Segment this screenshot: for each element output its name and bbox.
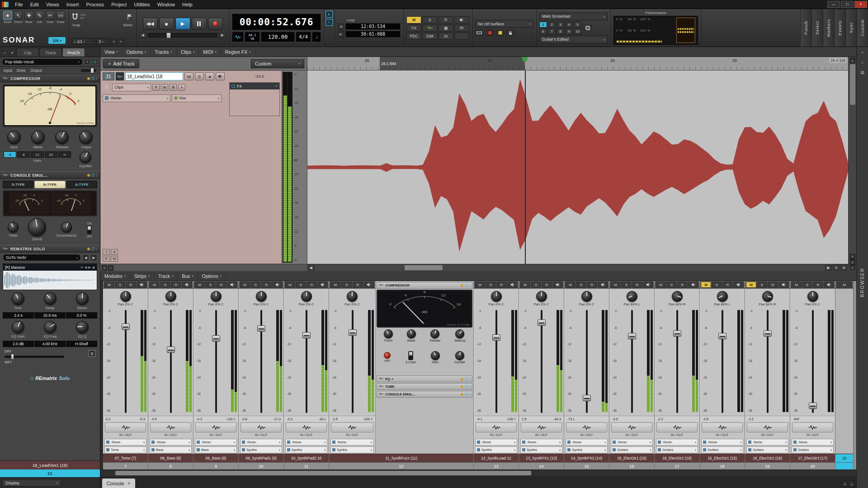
fader-handle[interactable] <box>764 330 772 337</box>
output-select[interactable]: Guitars▾ <box>701 446 743 453</box>
screenset-8[interactable]: 8 <box>557 28 564 34</box>
output-select[interactable]: Bass▾ <box>150 446 192 453</box>
record-mode-icon[interactable] <box>486 30 494 36</box>
output-select[interactable]: Guitars▾ <box>611 446 653 453</box>
screenset-9[interactable]: 9 <box>565 28 573 34</box>
interleave-toggle[interactable] <box>792 422 833 432</box>
interleave-button[interactable] <box>552 282 563 288</box>
input-select[interactable]: -None-▾ <box>240 439 282 446</box>
interleave-toggle[interactable] <box>195 422 236 432</box>
knob-eq-q[interactable] <box>76 321 89 333</box>
tempo-display[interactable]: 120.00 <box>261 32 295 42</box>
fx-add-icon[interactable]: + <box>275 84 278 88</box>
mute-button[interactable]: M <box>746 282 756 288</box>
enable-icon[interactable] <box>465 393 468 396</box>
dock-menu-icon[interactable]: ▾ <box>842 481 848 487</box>
track-interleave-button[interactable] <box>216 72 225 80</box>
strip-name[interactable]: 17_ElecGtr3 (17) <box>790 454 835 462</box>
button-dim[interactable]: DIM <box>422 33 437 40</box>
pan-knob[interactable] <box>165 291 176 302</box>
mute-button[interactable]: M <box>791 282 802 288</box>
fader-handle[interactable] <box>673 330 681 337</box>
menu-clips[interactable]: Clips▾ <box>177 47 199 56</box>
vtab-custom[interactable]: Custom <box>857 9 868 47</box>
vscroll-up-arrow[interactable]: ▲ <box>850 58 855 63</box>
strip-number[interactable]: 9 <box>193 462 238 469</box>
menu-views[interactable]: Views <box>42 1 63 8</box>
track-input-dropdown[interactable]: -None-▾ <box>103 94 170 102</box>
screenset-2[interactable]: 2 <box>548 22 556 28</box>
interleave-button[interactable] <box>272 282 283 288</box>
strip-name[interactable]: 11_SynthFuzz (11) <box>329 454 473 462</box>
pan-knob[interactable] <box>581 291 592 302</box>
expand-icon[interactable]: ↕ <box>469 284 471 287</box>
console-menu-bus[interactable]: Bus▾ <box>178 271 198 281</box>
menu-insert[interactable]: Insert <box>63 1 83 8</box>
dock-maximize-icon[interactable]: ▴ <box>849 481 854 487</box>
pan-knob[interactable] <box>627 291 637 302</box>
menu-utilities[interactable]: Utilities <box>130 1 153 8</box>
strip-number[interactable]: 18 <box>700 462 745 469</box>
strip-number[interactable]: 16 <box>609 462 654 469</box>
output-select[interactable]: Guitars▾ <box>656 446 698 453</box>
timeline-ruler[interactable]: 26:1:8842627282929:4:329 <box>307 57 848 70</box>
mute-button[interactable]: M <box>520 282 530 288</box>
track-mute-button[interactable]: M <box>184 72 193 80</box>
input-select[interactable]: -None-▾ <box>792 439 834 446</box>
strip-name[interactable]: 07_Toms (7) <box>103 454 148 462</box>
pan-knob[interactable] <box>807 291 818 302</box>
mute-button[interactable]: M <box>149 282 160 288</box>
arm-button[interactable]: R <box>542 282 552 288</box>
arm-button[interactable]: R <box>632 282 642 288</box>
drywet-knob[interactable] <box>80 151 91 163</box>
interleave-button[interactable] <box>733 282 744 288</box>
interleave-button[interactable] <box>137 282 147 288</box>
vzoom-out-icon[interactable]: ⊖ <box>850 265 855 270</box>
marks-prev-button[interactable]: ▾ <box>111 39 117 44</box>
knob-thresh[interactable] <box>384 329 393 338</box>
interleave-button[interactable] <box>824 282 834 288</box>
vtab-sync[interactable]: Sync <box>845 9 857 47</box>
strip-name[interactable]: 15_ElecGtr1 (15) <box>700 454 745 462</box>
clip-area[interactable] <box>307 70 848 264</box>
power-led-icon[interactable] <box>461 284 463 287</box>
solo-button[interactable]: S <box>160 282 170 288</box>
snap-lock-button[interactable]: ▪ <box>326 19 333 26</box>
vscroll-thumb[interactable] <box>850 64 855 105</box>
hpf-button[interactable] <box>384 352 391 359</box>
screenset-6[interactable]: 6 <box>539 28 547 34</box>
interleave-button[interactable] <box>317 282 328 288</box>
strip-name[interactable]: 12_SynthLead 12 <box>474 454 519 462</box>
archive-button[interactable]: A <box>178 84 185 91</box>
enable-icon[interactable] <box>465 385 468 388</box>
pan-knob[interactable] <box>256 291 267 302</box>
duplicate-screenset-icon[interactable]: ⧉ <box>584 25 592 31</box>
strip-number[interactable]: 12 <box>329 462 473 469</box>
minimize-button[interactable]: – <box>827 1 840 8</box>
output-select[interactable]: Guitars▾ <box>746 446 788 453</box>
screenset-1[interactable]: 1 <box>539 22 547 28</box>
pan-knob[interactable] <box>491 291 502 302</box>
loop-start-time[interactable]: 12:03:534 <box>345 23 401 30</box>
strip-name[interactable]: 10_SynthPad2 10 <box>284 454 329 462</box>
fader-handle[interactable] <box>809 403 817 409</box>
fx-bin[interactable]: FX+ <box>229 82 280 116</box>
interleave-toggle[interactable] <box>286 422 327 432</box>
arm-button[interactable]: R <box>677 282 688 288</box>
knob-release[interactable] <box>55 131 69 144</box>
button-2x[interactable]: 2x <box>439 33 453 40</box>
compressor-module-header[interactable]: COMPRESSOR ↕ <box>0 75 100 82</box>
strip-name[interactable]: 09_SynthPad1 (9) <box>239 454 283 462</box>
console-emulator-header[interactable]: CONSOLE EMUL... ↕ <box>0 171 100 179</box>
fader-handle[interactable] <box>718 333 726 339</box>
pan-knob[interactable] <box>672 291 683 302</box>
volume-fader[interactable] <box>247 310 275 413</box>
lens-dropdown[interactable]: Guitar's Edited▾ <box>539 36 608 43</box>
interleave-toggle[interactable] <box>241 422 282 432</box>
tool-erase[interactable]: ▭Erase <box>56 11 66 23</box>
expand-icon[interactable]: ↕ <box>469 377 471 380</box>
strip-name[interactable]: 08_Bass (8) <box>148 454 193 462</box>
close-button[interactable]: × <box>854 1 867 8</box>
screenset-7[interactable]: 7 <box>548 28 556 34</box>
fader-handle[interactable] <box>583 395 591 401</box>
